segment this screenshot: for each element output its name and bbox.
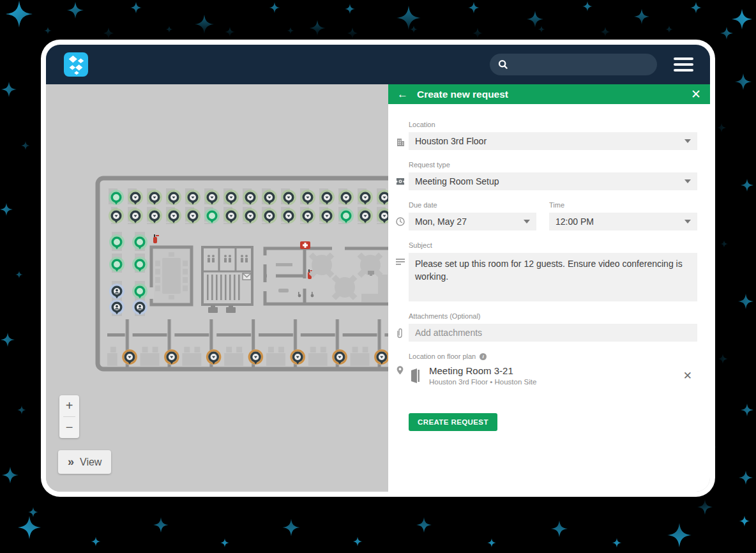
info-icon[interactable]: i xyxy=(480,353,487,360)
back-arrow-icon[interactable]: ← xyxy=(397,89,408,100)
map-pin-dark[interactable] xyxy=(166,190,181,205)
time-label: Time xyxy=(549,201,697,209)
room-label-block xyxy=(276,263,292,266)
map-pin-orange[interactable] xyxy=(248,349,263,365)
building-icon xyxy=(396,137,409,146)
map-pin-dark[interactable] xyxy=(166,208,181,223)
map-pin-green[interactable] xyxy=(109,190,124,205)
app-window: + − » View ← Create new request ✕ xyxy=(41,40,715,497)
sparkle-star xyxy=(21,141,30,150)
sparkle-star xyxy=(718,354,728,364)
sparkle-star xyxy=(1,82,17,97)
sparkle-star xyxy=(166,26,173,33)
sparkle-star xyxy=(741,404,753,416)
subject-label: Subject xyxy=(409,241,697,249)
map-pin-dark[interactable] xyxy=(300,208,315,223)
map-pin-person[interactable] xyxy=(109,284,125,299)
map-pin-dark[interactable] xyxy=(147,190,162,205)
sparkle-star xyxy=(667,523,692,547)
map-pin-dark[interactable] xyxy=(281,208,296,223)
panel-header: ← Create new request ✕ xyxy=(388,84,710,104)
map-pin-green[interactable] xyxy=(109,234,125,250)
due-date-dropdown[interactable]: Mon, May 27 xyxy=(409,213,536,231)
sparkle-star xyxy=(472,28,483,39)
map-pin-green[interactable] xyxy=(132,234,147,250)
location-field: Location xyxy=(396,121,697,150)
sparkle-star xyxy=(283,519,300,536)
attachments-input[interactable] xyxy=(409,324,697,342)
search-bar[interactable] xyxy=(490,54,657,75)
map-pin-dark[interactable] xyxy=(223,190,239,205)
map-pin-orange[interactable] xyxy=(332,349,347,365)
chevron-down-icon xyxy=(684,139,691,143)
map-pin-dark[interactable] xyxy=(262,208,277,223)
sparkle-star xyxy=(225,27,235,37)
map-pin-green[interactable] xyxy=(204,208,220,223)
sparkle-star xyxy=(582,1,593,11)
sparkle-star xyxy=(18,516,41,539)
map-pin-dark[interactable] xyxy=(319,208,335,223)
view-button[interactable]: » View xyxy=(58,450,111,474)
map-pin-dark[interactable] xyxy=(358,190,373,205)
map-pin-orange[interactable] xyxy=(290,349,305,365)
printer-icons xyxy=(208,305,236,313)
time-dropdown[interactable]: 12:00 PM xyxy=(549,213,697,231)
map-pin-dark[interactable] xyxy=(204,190,220,205)
floorplan-canvas[interactable]: + − » View xyxy=(46,84,388,492)
map-pin-person[interactable] xyxy=(109,299,125,315)
hamburger-menu-icon[interactable] xyxy=(674,57,693,72)
map-pin-dark[interactable] xyxy=(109,208,124,223)
sparkle-star xyxy=(28,507,38,517)
subject-textarea[interactable]: Please set up this room for 12 guests. E… xyxy=(409,253,697,301)
sparkle-star xyxy=(468,2,480,13)
map-pin-green[interactable] xyxy=(132,284,147,299)
fire-extinguisher-icon xyxy=(153,234,159,243)
map-pin-dark[interactable] xyxy=(185,190,200,205)
selected-floorplan-location: Meeting Room 3-21 Houston 3rd Floor • Ho… xyxy=(409,365,697,386)
request-type-dropdown[interactable]: Meeting Room Setup xyxy=(409,172,697,190)
map-pin-orange[interactable] xyxy=(122,349,137,365)
location-dropdown[interactable]: Houston 3rd Floor xyxy=(409,132,697,150)
map-pin-dark[interactable] xyxy=(300,190,315,205)
search-input[interactable] xyxy=(514,59,649,70)
phone-booth-row xyxy=(107,319,388,369)
map-pin-orange[interactable] xyxy=(206,349,222,365)
map-pin-dark[interactable] xyxy=(281,190,296,205)
map-pin-dark[interactable] xyxy=(319,190,335,205)
create-request-panel: ← Create new request ✕ Location xyxy=(388,84,710,492)
floorplan-location-label: Location on floor plan xyxy=(409,352,476,360)
map-pin-green[interactable] xyxy=(132,257,147,272)
sparkle-star xyxy=(15,271,23,278)
map-pin-icon xyxy=(396,365,409,376)
sparkle-star xyxy=(739,516,750,527)
view-button-label: View xyxy=(80,457,102,468)
map-zoom-control: + − xyxy=(59,395,79,438)
sparkle-star xyxy=(397,6,421,30)
sparkle-star xyxy=(269,2,280,13)
map-pin-green[interactable] xyxy=(109,257,125,272)
zoom-out-button[interactable]: − xyxy=(59,417,79,438)
map-pin-dark[interactable] xyxy=(128,190,143,205)
zoom-in-button[interactable]: + xyxy=(59,395,79,416)
sparkle-star xyxy=(600,27,610,37)
app-logo-icon[interactable] xyxy=(64,52,88,77)
sparkle-star xyxy=(690,2,702,13)
map-pin-dark[interactable] xyxy=(262,190,277,205)
map-pin-dark[interactable] xyxy=(223,208,239,223)
time-field: Time 12:00 PM xyxy=(549,201,697,231)
map-pin-dark[interactable] xyxy=(147,208,162,223)
map-pin-dark[interactable] xyxy=(185,208,200,223)
map-pin-orange[interactable] xyxy=(164,349,179,365)
map-pin-green[interactable] xyxy=(338,208,354,223)
map-pin-dark[interactable] xyxy=(338,190,354,205)
map-pin-dark[interactable] xyxy=(358,208,373,223)
due-date-field: Due date Mon, May xyxy=(396,201,536,231)
remove-location-icon[interactable]: ✕ xyxy=(683,369,692,383)
map-pin-person[interactable] xyxy=(132,299,147,315)
sparkle-star xyxy=(310,20,326,36)
map-pin-dark[interactable] xyxy=(243,208,258,223)
close-icon[interactable]: ✕ xyxy=(691,88,701,100)
create-request-button[interactable]: CREATE REQUEST xyxy=(409,413,497,431)
map-pin-dark[interactable] xyxy=(128,208,143,223)
map-pin-dark[interactable] xyxy=(243,190,258,205)
